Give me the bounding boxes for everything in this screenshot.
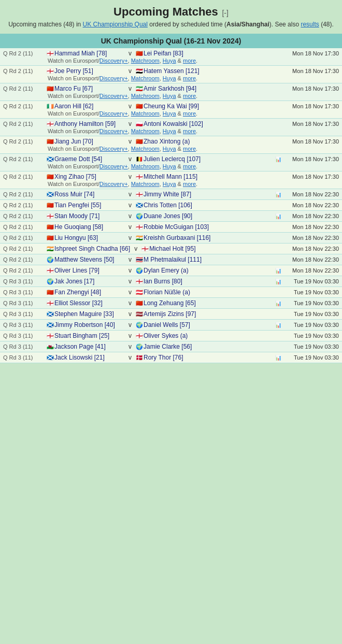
player2-link[interactable]: Zhao Xintong	[144, 138, 180, 145]
more-link[interactable]: more	[183, 146, 196, 152]
player1-link[interactable]: Anthony Hamilton	[54, 120, 104, 127]
discovery-link[interactable]: Discovery+	[99, 163, 128, 169]
player1-link[interactable]: Elliot Slessor	[54, 299, 90, 307]
round-label: Q Rd 2 (11)	[3, 103, 45, 109]
player1-link[interactable]: Jiang Jun	[54, 138, 81, 145]
huya-link[interactable]: Huya	[163, 181, 176, 187]
player2-link[interactable]: Amir Sarkhosh	[144, 85, 184, 92]
player1-link[interactable]: Tian Pengfei	[54, 202, 89, 209]
discovery-link[interactable]: Discovery+	[99, 146, 128, 152]
player2-link[interactable]: Rory Thor	[144, 354, 171, 361]
player2-link[interactable]: Oliver Sykes	[144, 332, 178, 339]
player2-link[interactable]: Jimmy White	[144, 191, 179, 198]
more-link[interactable]: more	[183, 93, 196, 99]
player2-link[interactable]: Daniel Wells	[144, 321, 178, 328]
subtitle: Upcoming matches (48) in UK Championship…	[5, 21, 337, 28]
player1-link[interactable]: He Guoqiang	[54, 223, 91, 231]
player2-link[interactable]: Julien Leclercq	[144, 155, 185, 163]
player1-link[interactable]: Jak Jones	[54, 278, 82, 285]
vs-text: v	[126, 85, 134, 92]
player1-link[interactable]: Jackson Page	[54, 343, 93, 350]
huya-link[interactable]: Huya	[163, 110, 176, 117]
player1-link[interactable]: Stephen Maguire	[54, 310, 102, 318]
huya-link[interactable]: Huya	[163, 58, 176, 64]
matchroom-link[interactable]: Matchroom	[131, 110, 160, 117]
player1-link[interactable]: Fan Zhengyi	[54, 289, 89, 296]
matchroom-link[interactable]: Matchroom	[131, 93, 160, 99]
player2-link[interactable]: Artemijs Zizins	[144, 310, 184, 318]
player1-flag: 🏴󠁧󠁢󠁥󠁮󠁧󠁿	[47, 333, 54, 339]
player1-link[interactable]: Marco Fu	[54, 85, 81, 92]
huya-link[interactable]: Huya	[163, 93, 176, 99]
player1-link[interactable]: Graeme Dott	[54, 155, 90, 163]
player2-link[interactable]: Cheung Ka Wai	[144, 103, 187, 110]
player1: 🏴󠁧󠁢󠁥󠁮󠁧󠁿Stan Moody [71]	[47, 212, 124, 220]
matchroom-link[interactable]: Matchroom	[131, 181, 160, 187]
player2-flag: 🇧🇪	[136, 156, 143, 163]
discovery-link[interactable]: Discovery+	[99, 93, 128, 99]
player2-link[interactable]: Michael Holt	[149, 245, 183, 252]
more-link[interactable]: more	[183, 128, 196, 134]
player1-link[interactable]: Stan Moody	[54, 212, 88, 220]
round-label: Q Rd 3 (11)	[3, 354, 45, 361]
player2-link[interactable]: Robbie McGuigan	[144, 223, 193, 231]
match-time: Mon 18 Nov 17:30	[284, 138, 339, 145]
player2-link[interactable]: Ian Burns	[144, 278, 170, 285]
matchroom-link[interactable]: Matchroom	[131, 75, 160, 81]
player1-link[interactable]: Stuart Bingham	[54, 332, 97, 339]
more-link[interactable]: more	[183, 163, 196, 169]
player2-link[interactable]: Dylan Emery	[144, 267, 179, 274]
player2: 🇨🇳Zhao Xintong (a)	[136, 138, 282, 145]
discovery-link[interactable]: Discovery+	[99, 58, 128, 64]
discovery-link[interactable]: Discovery+	[99, 110, 128, 117]
match-time: Tue 19 Nov 03:30	[284, 300, 339, 306]
table-row: Q Rd 3 (11) 🏴󠁧󠁢󠁳󠁣󠁴󠁿Jack Lisowski [21] v …	[0, 352, 342, 363]
player1-link[interactable]: Oliver Lines	[54, 267, 87, 274]
discovery-link[interactable]: Discovery+	[99, 75, 128, 81]
discovery-link[interactable]: Discovery+	[99, 128, 128, 134]
player1-link[interactable]: Liu Hongyu	[54, 234, 86, 241]
player2-link[interactable]: Long Zehuang	[144, 299, 183, 307]
player1-link[interactable]: Jack Lisowski	[54, 354, 92, 361]
player1-link[interactable]: Ishpreet Singh Chadha	[54, 245, 118, 252]
player2-link[interactable]: Mitchell Mann	[144, 173, 182, 180]
discovery-link[interactable]: Discovery+	[99, 181, 128, 187]
huya-link[interactable]: Huya	[163, 75, 176, 81]
player1-flag: 🇨🇳	[47, 289, 54, 296]
huya-link[interactable]: Huya	[163, 128, 176, 134]
player2-link[interactable]: Lei Peifan	[144, 50, 171, 57]
more-link[interactable]: more	[183, 75, 196, 81]
player2-link[interactable]: M Phetmalaikul	[144, 256, 186, 263]
player2: 🌍Dylan Emery (a)	[136, 267, 273, 274]
player2-link[interactable]: Florian Nüßle	[144, 289, 181, 296]
match-time: Mon 18 Nov 17:30	[284, 85, 339, 92]
player1-link[interactable]: Joe Perry	[54, 67, 81, 75]
huya-link[interactable]: Huya	[163, 163, 176, 169]
player1-link[interactable]: Xing Zihao	[54, 173, 84, 180]
player2-link[interactable]: Antoni Kowalski	[144, 120, 188, 127]
section-header: UK Championship Qual (16-21 Nov 2024)	[0, 34, 342, 48]
results-link[interactable]: results	[301, 21, 319, 28]
matchroom-link[interactable]: Matchroom	[131, 58, 160, 64]
player1-link[interactable]: Aaron Hill	[54, 103, 81, 110]
tournament-link[interactable]: UK Championship Qual	[83, 21, 148, 28]
player2-link[interactable]: Kreishh Gurbaxani	[144, 234, 195, 241]
player2-link[interactable]: Jamie Clarke	[144, 343, 180, 350]
watch-line: Watch on Eurosport/Discovery+, Matchroom…	[3, 58, 339, 64]
matchroom-link[interactable]: Matchroom	[131, 163, 160, 169]
player1-link[interactable]: Hammad Miah	[54, 50, 95, 57]
huya-link[interactable]: Huya	[163, 146, 176, 152]
more-link[interactable]: more	[183, 181, 196, 187]
matchroom-link[interactable]: Matchroom	[131, 128, 160, 134]
more-link[interactable]: more	[183, 58, 196, 64]
player2-link[interactable]: Duane Jones	[144, 212, 180, 220]
matchroom-link[interactable]: Matchroom	[131, 146, 160, 152]
bracket-link[interactable]: [-]	[222, 9, 228, 17]
player1-link[interactable]: Jimmy Robertson	[54, 321, 103, 328]
player2-link[interactable]: Chris Totten	[144, 202, 177, 209]
more-link[interactable]: more	[183, 110, 196, 117]
player2-link[interactable]: Hatem Yassen	[144, 67, 184, 75]
player1-link[interactable]: Matthew Stevens	[54, 256, 102, 263]
player1-link[interactable]: Ross Muir	[54, 191, 82, 198]
vs-text: v	[126, 354, 134, 361]
